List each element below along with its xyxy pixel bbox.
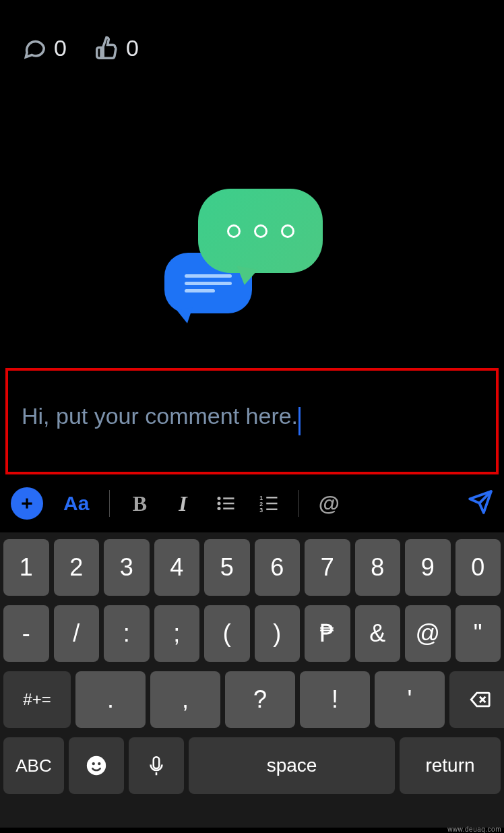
svg-point-0 — [218, 497, 221, 500]
key-dictation[interactable] — [129, 737, 184, 794]
text-caret — [298, 407, 301, 435]
key-comma[interactable]: , — [150, 671, 220, 728]
toolbar-separator — [298, 490, 299, 517]
mention-button[interactable]: @ — [307, 491, 350, 516]
keyboard-row-2: - / : ; ( ) ₱ & @ " — [3, 605, 501, 662]
comment-input-text: Hi, put your comment here. — [22, 403, 298, 429]
add-attachment-button[interactable] — [11, 487, 43, 520]
key-apostrophe[interactable]: ' — [375, 671, 445, 728]
svg-text:3: 3 — [260, 507, 263, 514]
numbered-list-button[interactable]: 123 — [247, 493, 290, 514]
keyboard-row-1: 1 2 3 4 5 6 7 8 9 0 — [3, 539, 501, 596]
key-ampersand[interactable]: & — [355, 605, 401, 662]
svg-rect-4 — [224, 503, 234, 505]
send-button[interactable] — [468, 489, 493, 518]
comment-icon — [22, 36, 47, 61]
key-4[interactable]: 4 — [154, 539, 200, 596]
stats-bar: 0 0 — [22, 35, 139, 61]
key-close-paren[interactable]: ) — [255, 605, 301, 662]
like-count-value: 0 — [126, 35, 139, 61]
bold-button[interactable]: B — [118, 491, 161, 516]
empty-comments-illustration — [164, 189, 340, 323]
formatting-toolbar: Aa B I 123 @ — [0, 477, 504, 530]
emoji-icon — [85, 754, 108, 777]
comment-input-area[interactable]: Hi, put your comment here. — [5, 368, 499, 474]
watermark: www.deuaq.com — [447, 826, 501, 833]
key-open-paren[interactable]: ( — [204, 605, 250, 662]
key-period[interactable]: . — [75, 671, 146, 728]
key-at[interactable]: @ — [405, 605, 451, 662]
key-slash[interactable]: / — [54, 605, 100, 662]
svg-rect-3 — [224, 497, 234, 499]
key-7[interactable]: 7 — [305, 539, 350, 596]
key-1[interactable]: 1 — [3, 539, 49, 596]
keyboard-row-3: #+= . , ? ! ' — [3, 671, 501, 728]
svg-rect-15 — [154, 757, 160, 768]
key-return[interactable]: return — [400, 737, 501, 794]
green-bubble-icon — [198, 189, 323, 273]
svg-point-14 — [98, 762, 100, 765]
key-0[interactable]: 0 — [455, 539, 501, 596]
key-peso[interactable]: ₱ — [305, 605, 350, 662]
thumbs-up-icon — [94, 36, 119, 61]
svg-point-1 — [218, 502, 221, 505]
bullet-list-button[interactable] — [204, 493, 247, 514]
key-quote[interactable]: " — [455, 605, 501, 662]
keyboard-row-4: ABC space return — [3, 737, 501, 794]
key-space[interactable]: space — [189, 737, 395, 794]
key-2[interactable]: 2 — [54, 539, 100, 596]
key-symbol-switch[interactable]: #+= — [3, 671, 71, 728]
key-semicolon[interactable]: ; — [154, 605, 200, 662]
svg-rect-10 — [267, 503, 278, 505]
key-3[interactable]: 3 — [104, 539, 150, 596]
svg-point-2 — [218, 507, 221, 510]
key-colon[interactable]: : — [104, 605, 150, 662]
backspace-icon — [468, 688, 491, 711]
key-8[interactable]: 8 — [355, 539, 401, 596]
like-count[interactable]: 0 — [94, 35, 139, 61]
on-screen-keyboard: 1 2 3 4 5 6 7 8 9 0 - / : ; ( ) ₱ & @ " … — [0, 532, 504, 828]
svg-rect-11 — [267, 509, 278, 511]
key-abc[interactable]: ABC — [3, 737, 64, 794]
key-dash[interactable]: - — [3, 605, 49, 662]
key-9[interactable]: 9 — [405, 539, 451, 596]
svg-rect-9 — [267, 497, 278, 499]
italic-button[interactable]: I — [161, 491, 204, 516]
svg-rect-5 — [224, 507, 234, 510]
comment-count[interactable]: 0 — [22, 35, 67, 61]
svg-point-12 — [87, 756, 106, 775]
comment-count-value: 0 — [54, 35, 67, 61]
key-question[interactable]: ? — [225, 671, 295, 728]
key-exclaim[interactable]: ! — [300, 671, 370, 728]
microphone-icon — [145, 754, 168, 777]
toolbar-separator — [109, 490, 110, 517]
key-backspace[interactable] — [449, 671, 504, 728]
key-emoji[interactable] — [69, 737, 124, 794]
text-style-button[interactable]: Aa — [63, 492, 89, 515]
key-6[interactable]: 6 — [255, 539, 301, 596]
key-5[interactable]: 5 — [204, 539, 250, 596]
svg-point-13 — [92, 762, 95, 765]
